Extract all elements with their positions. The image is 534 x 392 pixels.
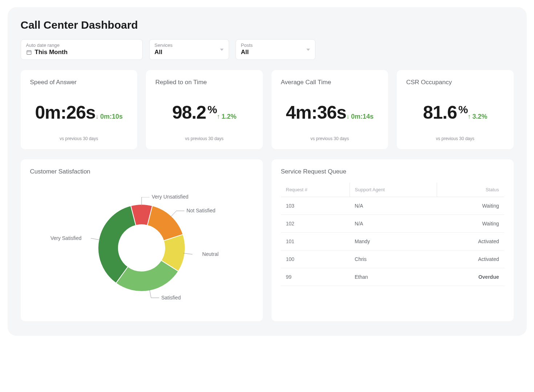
- kpi-delta: ↓0m:10s: [95, 113, 123, 121]
- service-request-queue-title: Service Request Queue: [281, 168, 504, 175]
- cell-status: Overdue: [437, 268, 504, 286]
- filter-services-label: Services: [155, 42, 224, 48]
- cell-agent: N/A: [350, 215, 437, 233]
- kpi-row: Speed of Answer0m:26s↓0m:10svs previous …: [21, 70, 514, 149]
- kpi-delta-value: 1.2%: [221, 113, 236, 121]
- donut-label: Very Satisfied: [50, 235, 82, 241]
- kpi-title: Average Call Time: [281, 79, 379, 86]
- calendar-icon: [26, 49, 32, 55]
- donut-label: Very Unsatisfied: [152, 194, 188, 200]
- kpi-delta: ↑1.2%: [217, 113, 236, 121]
- filter-date-range-label: Auto date range: [26, 42, 137, 48]
- cell-request: 101: [281, 233, 350, 250]
- cell-status: Waiting: [437, 197, 504, 215]
- kpi-card: Average Call Time4m:36s↓0m:14svs previou…: [272, 70, 388, 149]
- cell-status: Waiting: [437, 215, 504, 233]
- filter-date-range-value: This Month: [35, 49, 68, 56]
- queue-col-agent: Support Agent: [350, 183, 437, 197]
- donut-svg: [91, 197, 192, 299]
- filter-posts-value: All: [241, 49, 310, 56]
- filter-posts-label: Posts: [241, 42, 310, 48]
- kpi-title: Speed of Answer: [30, 79, 128, 86]
- kpi-title: Replied to on Time: [155, 79, 253, 86]
- table-row[interactable]: 103N/AWaiting: [281, 197, 504, 215]
- kpi-compare: vs previous 30 days: [30, 136, 128, 141]
- kpi-delta-value: 3.2%: [472, 113, 487, 121]
- filter-services[interactable]: Services All: [149, 39, 229, 60]
- queue-header-row: Request # Support Agent Status: [281, 183, 504, 197]
- chevron-down-icon: [220, 49, 224, 51]
- cell-agent: Chris: [350, 250, 437, 268]
- service-request-queue-card: Service Request Queue Request # Support …: [272, 159, 514, 321]
- kpi-value-wrap: 4m:36s↓0m:14s: [281, 103, 379, 122]
- cell-agent: Mandy: [350, 233, 437, 250]
- arrow-down-icon: ↓: [95, 113, 99, 120]
- filter-posts[interactable]: Posts All: [236, 39, 315, 60]
- cell-request: 103: [281, 197, 350, 215]
- donut-label: Neutral: [202, 251, 219, 257]
- queue-table: Request # Support Agent Status 103N/AWai…: [281, 183, 504, 286]
- kpi-compare: vs previous 30 days: [281, 136, 379, 141]
- kpi-unit: %: [208, 104, 217, 115]
- page-title: Call Center Dashboard: [21, 19, 514, 31]
- cell-request: 102: [281, 215, 350, 233]
- kpi-value: 4m:36s: [286, 103, 346, 122]
- leader-line: [170, 211, 184, 217]
- arrow-down-icon: ↓: [346, 113, 350, 120]
- cell-agent: N/A: [350, 197, 437, 215]
- queue-col-status: Status: [437, 183, 504, 197]
- cell-request: 99: [281, 268, 350, 286]
- filter-bar: Auto date range This Month Services All …: [21, 39, 514, 60]
- kpi-value-wrap: 0m:26s↓0m:10s: [30, 103, 128, 122]
- customer-satisfaction-title: Customer Satisfaction: [30, 168, 253, 175]
- cell-status: Activated: [437, 233, 504, 250]
- kpi-delta-value: 0m:14s: [351, 113, 374, 121]
- kpi-card: CSR Occupancy81.6%↑3.2%vs previous 30 da…: [397, 70, 514, 149]
- chevron-down-icon: [306, 49, 310, 51]
- kpi-unit: %: [458, 104, 468, 115]
- table-row[interactable]: 99EthanOverdue: [281, 268, 504, 286]
- kpi-title: CSR Occupancy: [406, 79, 504, 86]
- customer-satisfaction-card: Customer Satisfaction Very UnsatisfiedNo…: [21, 159, 263, 321]
- kpi-delta: ↑3.2%: [468, 113, 487, 121]
- donut-label: Satisfied: [161, 295, 181, 301]
- kpi-value-wrap: 98.2%↑1.2%: [155, 103, 253, 122]
- filter-services-value: All: [155, 49, 224, 56]
- table-row[interactable]: 100ChrisActivated: [281, 250, 504, 268]
- donut-chart: Very UnsatisfiedNot SatisfiedNeutralSati…: [30, 183, 253, 313]
- bottom-row: Customer Satisfaction Very UnsatisfiedNo…: [21, 159, 514, 321]
- kpi-compare: vs previous 30 days: [406, 136, 504, 141]
- kpi-value: 0m:26s: [35, 103, 95, 122]
- kpi-value: 81.6%: [423, 103, 468, 122]
- donut-label: Not Satisfied: [187, 208, 215, 213]
- kpi-card: Replied to on Time98.2%↑1.2%vs previous …: [146, 70, 263, 149]
- dashboard-root: Call Center Dashboard Auto date range Th…: [8, 7, 527, 336]
- queue-col-request: Request #: [281, 183, 350, 197]
- kpi-value-wrap: 81.6%↑3.2%: [406, 103, 504, 122]
- kpi-card: Speed of Answer0m:26s↓0m:10svs previous …: [21, 70, 138, 149]
- arrow-up-icon: ↑: [468, 113, 471, 120]
- kpi-value: 98.2%: [172, 103, 217, 122]
- arrow-up-icon: ↑: [217, 113, 220, 120]
- kpi-compare: vs previous 30 days: [155, 136, 253, 141]
- filter-date-range[interactable]: Auto date range This Month: [21, 39, 143, 60]
- kpi-delta-value: 0m:10s: [100, 113, 123, 121]
- cell-status: Activated: [437, 250, 504, 268]
- svg-rect-0: [27, 50, 31, 54]
- table-row[interactable]: 102N/AWaiting: [281, 215, 504, 233]
- table-row[interactable]: 101MandyActivated: [281, 233, 504, 250]
- cell-request: 100: [281, 250, 350, 268]
- kpi-delta: ↓0m:14s: [346, 113, 374, 121]
- cell-agent: Ethan: [350, 268, 437, 286]
